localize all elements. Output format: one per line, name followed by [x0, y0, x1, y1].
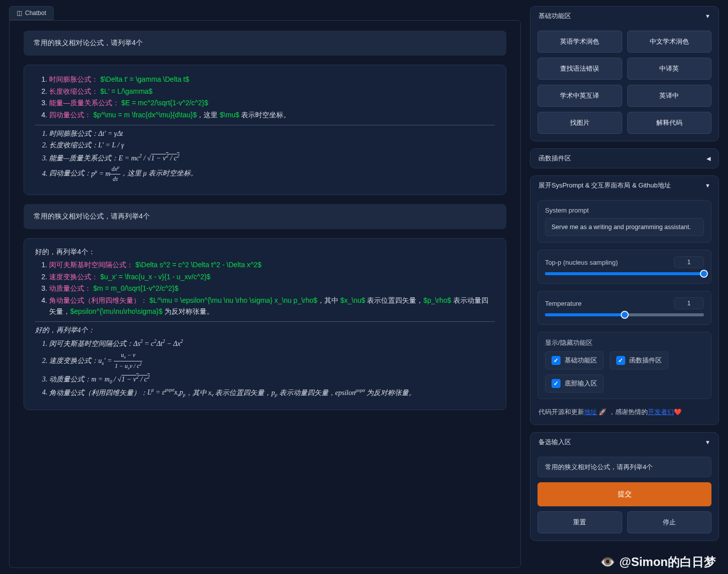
- fn-academic-trans[interactable]: 学术中英互译: [537, 85, 622, 107]
- chevron-down-icon: ▼: [705, 182, 710, 188]
- topp-box: Top-p (nucleus sampling) 1: [537, 250, 711, 284]
- basic-functions-panel: 基础功能区 ▼ 英语学术润色 中文学术润色 查找语法错误 中译英 学术中英互译 …: [530, 6, 719, 141]
- weibo-icon: 👁️: [600, 555, 615, 569]
- chevron-down-icon: ▼: [705, 13, 710, 19]
- check-bottom[interactable]: ✓底部输入区: [545, 374, 604, 393]
- chat-icon: ◫: [17, 10, 22, 17]
- reset-button[interactable]: 重置: [537, 511, 622, 533]
- topp-value[interactable]: 1: [674, 256, 704, 268]
- visibility-box: 显示/隐藏功能区 ✓基础功能区 ✓函数插件区 ✓底部输入区: [537, 332, 711, 399]
- input-accordion[interactable]: 备选输入区 ▼: [530, 433, 718, 452]
- user-message-2: 常用的狭义相对论公式，请再列举4个: [24, 204, 506, 229]
- fn-zh-to-en[interactable]: 中译英: [627, 58, 712, 80]
- system-prompt-box: System prompt Serve me as a writing and …: [537, 200, 711, 243]
- temperature-value[interactable]: 1: [674, 297, 704, 309]
- fn-explain-code[interactable]: 解释代码: [627, 112, 712, 134]
- input-panel: 备选输入区 ▼ 提交 重置 停止: [530, 432, 719, 541]
- plugins-panel: 函数插件区 ◀: [530, 148, 719, 168]
- sysprompt-panel: 展开SysPrompt & 交互界面布局 & Github地址 ▼ System…: [530, 175, 719, 425]
- watermark: 👁️ @Simon的白日梦: [600, 554, 716, 570]
- submit-button[interactable]: 提交: [537, 482, 711, 506]
- tab-label: Chatbot: [25, 10, 46, 17]
- chevron-down-icon: ▼: [705, 439, 710, 445]
- fn-find-image[interactable]: 找图片: [537, 112, 622, 134]
- temperature-box: Temperature 1: [537, 291, 711, 325]
- topp-slider[interactable]: [545, 272, 704, 275]
- bot-message-2: 好的，再列举4个： 闵可夫斯基时空间隔公式： $\Delta s^2 = c^2…: [24, 238, 506, 410]
- fn-chinese-polish[interactable]: 中文学术润色: [627, 31, 712, 53]
- chatbot-tab[interactable]: ◫ Chatbot: [9, 6, 54, 20]
- user-message-1: 常用的狭义相对论公式，请列举4个: [24, 31, 506, 56]
- bot-message-1: 时间膨胀公式： $\Delta t' = \gamma \Delta t$ 长度…: [24, 65, 506, 195]
- chat-container: 常用的狭义相对论公式，请列举4个 时间膨胀公式： $\Delta t' = \g…: [9, 20, 521, 568]
- plugins-accordion[interactable]: 函数插件区 ◀: [530, 149, 718, 168]
- system-prompt-input[interactable]: Serve me as a writing and programming as…: [545, 218, 704, 236]
- check-basic[interactable]: ✓基础功能区: [545, 351, 604, 369]
- temperature-slider[interactable]: [545, 313, 704, 316]
- fn-en-to-zh[interactable]: 英译中: [627, 85, 712, 107]
- check-plugins[interactable]: ✓函数插件区: [610, 351, 668, 369]
- chevron-left-icon: ◀: [706, 155, 710, 162]
- alt-input[interactable]: [537, 457, 711, 477]
- repo-link[interactable]: 地址: [584, 409, 597, 416]
- fn-grammar-check[interactable]: 查找语法错误: [537, 58, 622, 80]
- devs-link[interactable]: 开发者们: [648, 409, 674, 416]
- basic-accordion[interactable]: 基础功能区 ▼: [530, 7, 718, 26]
- stop-button[interactable]: 停止: [627, 511, 712, 533]
- sysprompt-accordion[interactable]: 展开SysPrompt & 交互界面布局 & Github地址 ▼: [530, 176, 718, 195]
- fn-english-polish[interactable]: 英语学术润色: [537, 31, 622, 53]
- credit-line: 代码开源和更新地址 🚀 ，感谢热情的开发者们❤️: [537, 406, 711, 418]
